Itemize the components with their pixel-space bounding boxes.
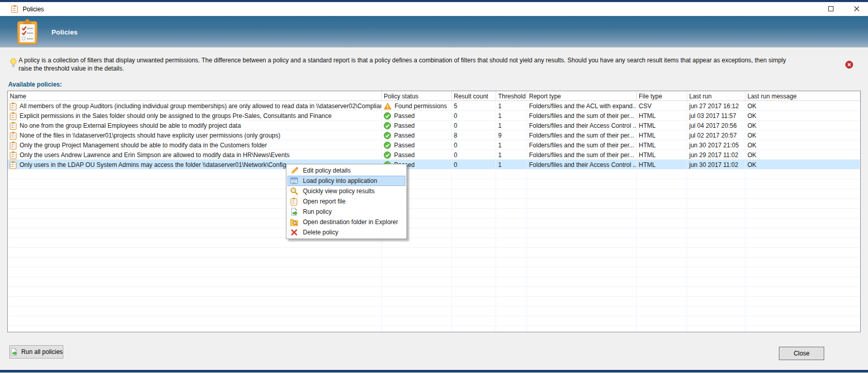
empty-cell — [452, 179, 496, 189]
empty-cell — [527, 189, 637, 199]
cell-report-type: Folders/files and the sum of their per..… — [527, 111, 637, 121]
empty-row — [8, 209, 860, 218]
cell-result-count: 0 — [452, 160, 496, 169]
cell-policy-status: Passed — [382, 121, 452, 130]
empty-cell — [637, 267, 687, 277]
empty-cell — [687, 179, 745, 189]
cell-file-type: HTML — [637, 140, 687, 150]
empty-cell — [637, 287, 687, 297]
empty-cell — [496, 297, 527, 307]
error-badge-icon[interactable] — [845, 61, 853, 70]
run-all-policies-button[interactable]: Run all policies — [9, 345, 63, 359]
empty-row — [8, 258, 860, 267]
cell-threshold: 9 — [496, 130, 527, 140]
empty-cell — [745, 189, 860, 199]
empty-cell — [637, 199, 687, 209]
cell-threshold: 1 — [496, 150, 527, 160]
empty-row — [8, 277, 860, 287]
empty-cell — [637, 209, 687, 218]
empty-cell — [452, 316, 496, 326]
maximize-button[interactable] — [822, 2, 840, 16]
cell-result-count: 0 — [452, 121, 496, 130]
menu-item-delete-policy[interactable]: Delete policy — [287, 227, 405, 238]
empty-cell — [452, 326, 496, 332]
empty-cell — [496, 316, 527, 326]
empty-cell — [745, 218, 860, 228]
table-row-selected[interactable]: Only users in the LDAP OU System Admins … — [8, 160, 860, 169]
empty-cell — [637, 238, 687, 248]
table-row[interactable]: No one from the group External Employees… — [8, 121, 860, 130]
column-header-threshold[interactable]: Threshold — [496, 91, 527, 101]
empty-cell — [8, 316, 382, 326]
policy-table-header: NamePolicy statusResult countThresholdRe… — [8, 91, 860, 101]
column-header-name[interactable]: Name — [8, 91, 382, 101]
empty-cell — [382, 267, 452, 277]
empty-cell — [637, 169, 687, 179]
menu-item-open-destination-folder-in-explorer[interactable]: Open destination folder in Explorer — [287, 217, 405, 227]
cell-threshold: 1 — [496, 160, 527, 169]
table-row[interactable]: Only the group Project Management should… — [8, 140, 860, 150]
cell-report-type: Folders/files and the sum of their per..… — [527, 140, 637, 150]
lightbulb-icon — [10, 58, 17, 70]
empty-cell — [382, 277, 452, 287]
empty-row — [8, 287, 860, 297]
column-header-report-type[interactable]: Report type — [527, 91, 637, 101]
empty-cell — [382, 238, 452, 248]
empty-cell — [452, 169, 496, 179]
maximize-icon — [828, 6, 833, 13]
close-dialog-button[interactable]: Close — [779, 347, 824, 360]
column-header-file-type[interactable]: File type — [637, 91, 687, 101]
empty-cell — [452, 307, 496, 316]
empty-cell — [382, 248, 452, 258]
menu-item-open-report-file[interactable]: Open report file — [287, 196, 405, 207]
empty-cell — [496, 287, 527, 297]
empty-cell — [496, 267, 527, 277]
table-row[interactable]: Explicit permissions in the Sales folder… — [8, 111, 860, 121]
menu-item-quickly-view-policy-results[interactable]: Quickly view policy results — [287, 186, 405, 196]
run-icon — [10, 348, 18, 356]
cell-name: No one from the group External Employees… — [8, 121, 382, 130]
column-header-policy-status[interactable]: Policy status — [382, 91, 452, 101]
run-icon — [290, 208, 298, 216]
empty-cell — [8, 248, 382, 258]
empty-cell — [687, 228, 745, 238]
menu-item-label: Open destination folder in Explorer — [303, 218, 398, 226]
menu-item-edit-policy-details[interactable]: Edit policy details — [287, 165, 405, 176]
empty-cell — [452, 297, 496, 307]
window-title: Policies — [23, 6, 44, 13]
empty-cell — [382, 258, 452, 267]
empty-cell — [527, 258, 637, 267]
empty-cell — [8, 267, 382, 277]
run-all-policies-label: Run all policies — [21, 348, 63, 355]
empty-cell — [496, 218, 527, 228]
menu-item-load-policy-into-application[interactable]: Load policy into application — [287, 176, 405, 186]
column-header-last-run[interactable]: Last run — [687, 91, 745, 101]
close-window-button[interactable] — [848, 2, 865, 16]
titlebar[interactable]: Policies — [0, 2, 868, 16]
empty-row — [8, 326, 860, 332]
table-row[interactable]: All members of the group Auditors (inclu… — [8, 101, 860, 111]
empty-cell — [745, 287, 860, 297]
empty-cell — [745, 267, 860, 277]
table-row[interactable]: Only the users Andrew Lawrence and Erin … — [8, 150, 860, 160]
column-header-result-count[interactable]: Result count — [452, 91, 496, 101]
empty-cell — [527, 218, 637, 228]
menu-item-run-policy[interactable]: Run policy — [287, 207, 405, 217]
empty-row — [8, 169, 860, 179]
empty-row — [8, 297, 860, 307]
policy-icon — [10, 142, 16, 149]
table-row[interactable]: None of the files in \\dataserver01\proj… — [8, 130, 860, 140]
cell-result-count: 0 — [452, 150, 496, 160]
window-border-bottom — [0, 370, 868, 372]
empty-cell — [496, 258, 527, 267]
cell-threshold: 1 — [496, 111, 527, 121]
empty-cell — [637, 316, 687, 326]
cell-name: Only the users Andrew Lawrence and Erin … — [8, 150, 382, 160]
column-header-last-run-message[interactable]: Last run message — [745, 91, 860, 101]
menu-item-label: Open report file — [303, 198, 346, 205]
empty-cell — [527, 248, 637, 258]
empty-cell — [745, 326, 860, 332]
empty-row — [8, 199, 860, 209]
empty-cell — [527, 179, 637, 189]
policy-icon — [10, 103, 16, 110]
